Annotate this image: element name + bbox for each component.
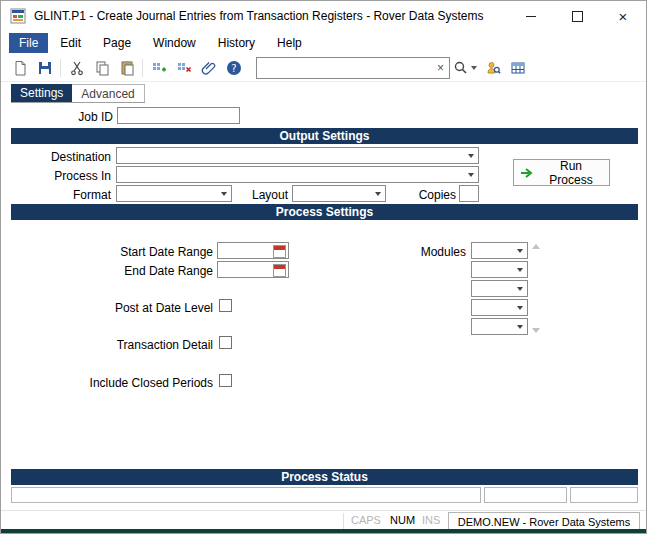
toolbar: ? × [1, 55, 646, 82]
save-button[interactable] [32, 57, 57, 79]
output-settings-header: Output Settings [11, 128, 638, 144]
include-closed-periods-checkbox[interactable] [219, 374, 232, 387]
toolbar-separator [60, 59, 61, 77]
search-input[interactable] [257, 60, 432, 76]
calendar-icon[interactable] [273, 245, 286, 258]
module-select-4[interactable] [471, 299, 528, 316]
copy-button[interactable] [89, 57, 114, 79]
post-at-date-level-label: Post at Date Level [93, 301, 213, 315]
bottom-edge-strip [1, 529, 646, 533]
grid-add-button[interactable] [146, 57, 171, 79]
maximize-icon [572, 11, 583, 22]
menu-file[interactable]: File [9, 33, 48, 53]
post-at-date-level-checkbox[interactable] [219, 299, 232, 312]
copies-label: Copies [396, 188, 456, 202]
toolbar-search-box: × [256, 57, 450, 79]
paperclip-icon [201, 60, 217, 76]
tab-advanced[interactable]: Advanced [72, 84, 144, 102]
run-process-button[interactable]: Run Process [513, 159, 610, 186]
job-id-label: Job ID [41, 110, 113, 124]
process-status-cell-2 [484, 487, 567, 503]
new-button[interactable] [7, 57, 32, 79]
menu-bar: File Edit Page Window History Help [1, 31, 646, 55]
chevron-down-icon [517, 268, 523, 272]
help-button[interactable]: ? [221, 57, 246, 79]
search-icon [453, 60, 469, 76]
format-select[interactable] [116, 185, 232, 202]
calendar-icon-top [274, 265, 285, 269]
menu-history[interactable]: History [208, 33, 265, 53]
menu-window[interactable]: Window [143, 33, 206, 53]
module-select-3[interactable] [471, 280, 528, 297]
module-select-2[interactable] [471, 261, 528, 278]
destination-label: Destination [11, 150, 111, 164]
chevron-down-icon [468, 154, 474, 158]
chevron-down-icon [375, 192, 381, 196]
cut-button[interactable] [64, 57, 89, 79]
grid-delete-icon [176, 60, 192, 76]
paste-clipboard-icon [119, 60, 135, 76]
user-lookup-button[interactable] [480, 57, 505, 79]
process-settings-header: Process Settings [11, 204, 638, 220]
start-date-range-label: Start Date Range [93, 245, 213, 259]
menu-page[interactable]: Page [93, 33, 141, 53]
toolbar-separator [142, 59, 143, 77]
menu-edit[interactable]: Edit [50, 33, 91, 53]
chevron-down-icon [517, 325, 523, 329]
layout-select[interactable] [292, 185, 386, 202]
paste-button[interactable] [114, 57, 139, 79]
status-bar: CAPS NUM INS DEMO.NEW - Rover Data Syste… [1, 510, 646, 531]
process-status-cell-3 [570, 487, 638, 503]
module-select-5[interactable] [471, 318, 528, 335]
tab-strip: Settings Advanced [11, 84, 145, 103]
run-arrow-icon [520, 167, 533, 179]
calendar-icon-top [274, 246, 285, 250]
format-label: Format [11, 188, 111, 202]
destination-select[interactable] [116, 147, 479, 164]
chevron-down-icon [517, 287, 523, 291]
process-status-cell-1 [11, 487, 481, 503]
modules-scroll-up-icon[interactable] [532, 244, 540, 249]
transaction-detail-checkbox[interactable] [219, 336, 232, 349]
num-indicator: NUM [390, 514, 415, 526]
end-date-range-input[interactable] [217, 261, 289, 278]
statusbar-separator [343, 513, 344, 529]
modules-label: Modules [396, 245, 466, 259]
process-in-select[interactable] [116, 166, 479, 183]
calendar-icon[interactable] [273, 264, 286, 277]
process-in-label: Process In [11, 169, 111, 183]
layout-label: Layout [238, 188, 288, 202]
close-button[interactable]: × [600, 1, 646, 31]
ins-indicator: INS [422, 514, 440, 526]
close-icon: × [619, 8, 628, 25]
modules-scroll-down-icon[interactable] [532, 328, 540, 333]
start-date-range-input[interactable] [217, 242, 289, 259]
minimize-button[interactable] [508, 1, 554, 31]
save-icon [37, 60, 53, 76]
chevron-down-icon [468, 173, 474, 177]
copies-input[interactable] [459, 185, 479, 202]
run-process-label: Run Process [539, 159, 603, 187]
copy-icon [94, 60, 110, 76]
cut-scissors-icon [69, 60, 85, 76]
svg-text:?: ? [231, 63, 236, 74]
module-select-1[interactable] [471, 242, 528, 259]
job-id-input[interactable] [117, 107, 240, 124]
chevron-down-icon [221, 192, 227, 196]
chevron-down-icon [517, 306, 523, 310]
app-window: GLINT.P1 - Create Journal Entries from T… [0, 0, 647, 534]
maximize-button[interactable] [554, 1, 600, 31]
help-icon: ? [226, 60, 242, 76]
search-clear-icon[interactable]: × [432, 59, 449, 77]
chevron-down-icon [471, 66, 477, 70]
grid-delete-button[interactable] [171, 57, 196, 79]
attach-button[interactable] [196, 57, 221, 79]
menu-help[interactable]: Help [267, 33, 312, 53]
minimize-icon [526, 16, 536, 17]
tab-settings[interactable]: Settings [11, 84, 72, 102]
table-view-button[interactable] [505, 57, 530, 79]
search-button[interactable] [450, 57, 480, 79]
title-bar: GLINT.P1 - Create Journal Entries from T… [1, 1, 646, 31]
new-document-icon [12, 60, 28, 76]
table-icon [510, 60, 526, 76]
